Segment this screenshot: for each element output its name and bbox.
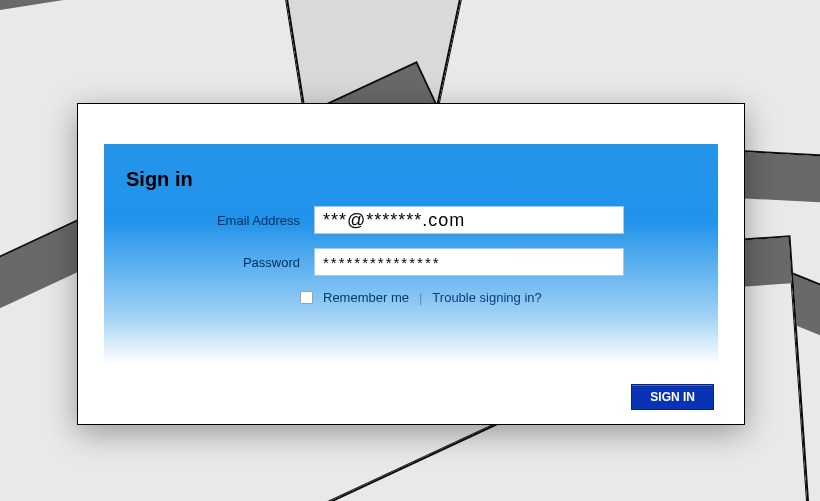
remember-checkbox[interactable] <box>300 291 313 304</box>
bg-card-title: Sign in <box>465 0 820 115</box>
trouble-link[interactable]: Trouble signing in? <box>432 290 541 305</box>
password-label: Password <box>104 255 314 270</box>
panel-title: Sign in <box>126 168 193 191</box>
signin-form: Email Address ***@*******.com Password *… <box>104 206 718 305</box>
email-row: Email Address ***@*******.com <box>104 206 718 234</box>
bg-card-title: Sign in <box>0 0 290 111</box>
email-field[interactable]: ***@*******.com <box>314 206 624 234</box>
signin-panel: Sign in Email Address ***@*******.com Pa… <box>104 144 718 364</box>
separator: | <box>419 290 422 305</box>
remember-label[interactable]: Remember me <box>323 290 409 305</box>
signin-dialog: Sign in Email Address ***@*******.com Pa… <box>77 103 745 425</box>
options-row: Remember me | Trouble signing in? <box>300 290 718 305</box>
email-label: Email Address <box>104 213 314 228</box>
password-field[interactable]: *************** <box>314 248 624 276</box>
signin-button[interactable]: SIGN IN <box>631 384 714 410</box>
password-row: Password *************** <box>104 248 718 276</box>
